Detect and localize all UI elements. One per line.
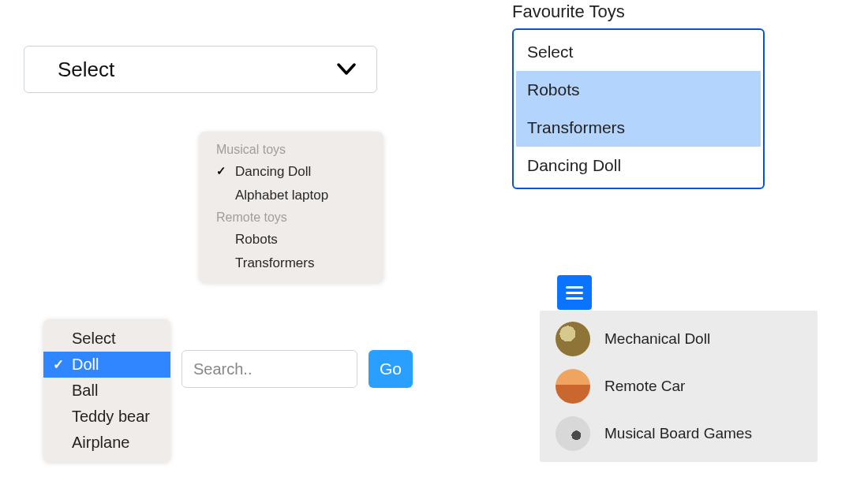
hamburger-button[interactable] <box>557 275 592 310</box>
option-select[interactable]: Select <box>516 33 761 71</box>
optgroup-label: Remote toys <box>199 207 383 228</box>
option-transformers[interactable]: Transformers <box>516 109 761 147</box>
option-dancing-doll[interactable]: Dancing Doll <box>516 147 761 184</box>
favourites-listbox[interactable]: Select Robots Transformers Dancing Doll <box>512 28 765 189</box>
car-icon <box>556 369 590 404</box>
single-select-popup: Select Doll Ball Teddy bear Airplane <box>43 319 170 462</box>
chevron-down-icon <box>337 63 356 76</box>
menu-item-mechanical-doll[interactable]: Mechanical Doll <box>540 315 817 363</box>
gears-icon <box>556 322 590 356</box>
search-input[interactable] <box>181 350 357 388</box>
menu-item-label: Musical Board Games <box>604 425 752 442</box>
hamburger-icon <box>566 292 583 294</box>
search-group: Go <box>181 350 413 388</box>
option-alphabet-laptop[interactable]: Alphabet laptop <box>199 184 383 207</box>
option-dancing-doll[interactable]: Dancing Doll <box>199 160 383 184</box>
menu-item-label: Mechanical Doll <box>604 330 710 348</box>
favourites-label: Favourite Toys <box>512 2 625 22</box>
grouped-select-popup: Musical toys Dancing Doll Alphabet lapto… <box>199 132 383 283</box>
menu-item-remote-car[interactable]: Remote Car <box>540 363 817 410</box>
option-doll[interactable]: Doll <box>43 352 170 378</box>
select-value: Select <box>58 58 114 82</box>
option-teddy-bear[interactable]: Teddy bear <box>43 404 170 430</box>
option-robots[interactable]: Robots <box>516 71 761 109</box>
option-ball[interactable]: Ball <box>43 378 170 404</box>
select-dropdown[interactable]: Select <box>24 46 377 93</box>
menu-item-musical-board-games[interactable]: Musical Board Games <box>540 410 817 457</box>
option-airplane[interactable]: Airplane <box>43 430 170 456</box>
optgroup-label: Musical toys <box>199 140 383 160</box>
option-select[interactable]: Select <box>43 326 170 352</box>
option-transformers[interactable]: Transformers <box>199 251 383 275</box>
hamburger-menu: Mechanical Doll Remote Car Musical Board… <box>540 311 817 462</box>
pieces-icon <box>556 416 590 451</box>
option-robots[interactable]: Robots <box>199 228 383 251</box>
go-button[interactable]: Go <box>369 350 413 388</box>
menu-item-label: Remote Car <box>604 378 685 395</box>
